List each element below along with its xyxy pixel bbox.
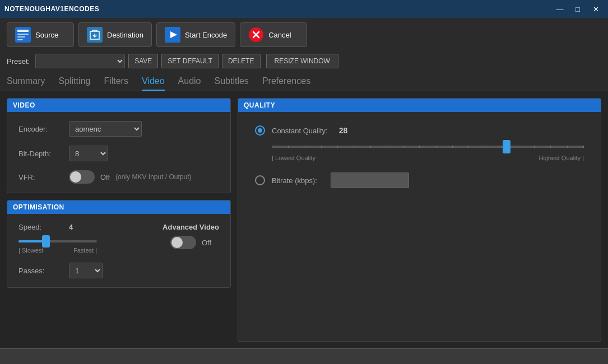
passes-row: Passes: 1 2: [18, 263, 219, 278]
constant-quality-label: Constant Quality:: [272, 127, 328, 135]
delete-preset-button[interactable]: DELETE: [222, 54, 261, 68]
quality-slider-area: | Lowest Quality Highest Quality |: [272, 140, 584, 161]
tab-summary[interactable]: Summary: [7, 76, 45, 91]
bit-depth-label: Bit-Depth:: [18, 150, 69, 158]
quality-ticks: [272, 146, 584, 148]
bitrate-option: Bitrate (kbps):: [255, 172, 584, 188]
vfr-state: Off: [100, 173, 110, 181]
main-content: VIDEO Encoder: aomenc rav1e svt-av1 x264…: [0, 91, 608, 348]
right-column: QUALITY Constant Quality: 28: [238, 98, 601, 342]
destination-icon: [87, 27, 103, 43]
advanced-video-section: Advanced Video Off: [163, 223, 219, 249]
svg-rect-3: [17, 36, 25, 38]
bit-depth-row: Bit-Depth: 8 10 12: [18, 146, 219, 161]
preset-bar: Preset: SAVE SET DEFAULT DELETE RESIZE W…: [0, 52, 608, 73]
optimisation-panel-body: Speed: 4 | Slowest Fastest |: [7, 214, 230, 287]
advanced-video-toggle-knob: [171, 237, 183, 248]
video-panel-header: VIDEO: [7, 99, 230, 112]
speed-max-label: Fastest |: [73, 247, 97, 254]
status-bar: [0, 348, 608, 364]
encoder-row: Encoder: aomenc rav1e svt-av1 x264 x265: [18, 121, 219, 137]
speed-thumb[interactable]: [42, 235, 50, 248]
quality-min-label: | Lowest Quality: [272, 155, 315, 161]
cancel-icon: [248, 27, 264, 43]
speed-min-label: | Slowest: [18, 247, 43, 254]
advanced-video-label: Advanced Video: [163, 223, 219, 231]
vfr-row: VFR: Off (only MKV Input / Output): [18, 170, 219, 184]
tabs-bar: Summary Splitting Filters Video Audio Su…: [0, 73, 608, 91]
set-default-button[interactable]: SET DEFAULT: [161, 54, 219, 68]
tab-video[interactable]: Video: [142, 76, 165, 91]
svg-rect-1: [17, 30, 29, 32]
window-controls: — □ ✕: [552, 3, 604, 15]
vfr-toggle-knob: [70, 171, 81, 183]
encoder-label: Encoder:: [18, 125, 69, 133]
vfr-label: VFR:: [18, 173, 69, 181]
quality-track: [272, 146, 584, 148]
bitrate-input[interactable]: [331, 172, 409, 188]
start-encode-button[interactable]: Start Encode: [156, 22, 235, 47]
svg-rect-4: [17, 39, 23, 40]
constant-quality-option: Constant Quality: 28: [255, 125, 584, 136]
source-button[interactable]: Source: [7, 22, 74, 47]
optimisation-panel: OPTIMISATION Speed: 4: [7, 200, 231, 288]
quality-panel-header: QUALITY: [238, 99, 601, 112]
advanced-video-toggle-container: Off: [170, 236, 211, 249]
speed-row: Speed: 4 | Slowest Fastest |: [18, 223, 219, 254]
tab-splitting[interactable]: Splitting: [58, 76, 90, 91]
bit-depth-select[interactable]: 8 10 12: [69, 146, 108, 161]
preset-select[interactable]: [35, 54, 125, 68]
speed-label: Speed:: [18, 223, 69, 231]
quality-panel: QUALITY Constant Quality: 28: [238, 98, 601, 342]
toolbar: Source Destination Start Encode: [0, 18, 608, 52]
destination-label: Destination: [107, 31, 143, 39]
quality-panel-body: Constant Quality: 28: [238, 112, 601, 209]
cancel-label: Cancel: [268, 31, 291, 39]
speed-value: 4: [69, 223, 73, 231]
app-title: NOTENOUGHAV1ENCODES: [4, 5, 99, 13]
quality-max-label: Highest Quality |: [539, 155, 584, 161]
preset-label: Preset:: [7, 57, 30, 66]
passes-select[interactable]: 1 2: [69, 263, 103, 278]
constant-quality-value: 28: [339, 126, 348, 135]
tab-audio[interactable]: Audio: [178, 76, 201, 91]
cancel-button[interactable]: Cancel: [240, 22, 307, 47]
close-button[interactable]: ✕: [588, 3, 604, 15]
quality-slider-container: | Lowest Quality Highest Quality |: [272, 140, 584, 161]
speed-labels: | Slowest Fastest |: [18, 247, 97, 254]
advanced-video-state: Off: [202, 239, 211, 247]
vfr-toggle-container: Off (only MKV Input / Output): [69, 170, 192, 184]
speed-track: [18, 240, 97, 242]
maximize-button[interactable]: □: [570, 3, 586, 15]
passes-label: Passes:: [18, 267, 69, 275]
left-column: VIDEO Encoder: aomenc rav1e svt-av1 x264…: [7, 98, 231, 342]
destination-button[interactable]: Destination: [78, 22, 152, 47]
video-panel: VIDEO Encoder: aomenc rav1e svt-av1 x264…: [7, 98, 231, 193]
resize-window-button[interactable]: RESIZE WINDOW: [266, 54, 338, 68]
tab-preferences[interactable]: Preferences: [262, 76, 310, 91]
bitrate-label: Bitrate (kbps):: [272, 176, 317, 185]
tab-subtitles[interactable]: Subtitles: [215, 76, 249, 91]
source-icon: [15, 27, 31, 43]
quality-slider-thumb[interactable]: [503, 140, 510, 153]
source-label: Source: [35, 31, 58, 39]
save-preset-button[interactable]: SAVE: [128, 54, 158, 68]
start-encode-label: Start Encode: [185, 31, 227, 39]
tab-filters[interactable]: Filters: [104, 76, 128, 91]
constant-quality-radio[interactable]: [255, 125, 265, 136]
svg-rect-2: [17, 34, 29, 35]
start-encode-icon: [165, 27, 180, 43]
vfr-sublabel: (only MKV Input / Output): [115, 173, 191, 181]
quality-slider-track-area: [272, 140, 584, 153]
minimize-button[interactable]: —: [552, 3, 568, 15]
quality-slider-labels: | Lowest Quality Highest Quality |: [272, 155, 584, 161]
vfr-toggle[interactable]: [69, 170, 95, 184]
encoder-select[interactable]: aomenc rav1e svt-av1 x264 x265: [69, 121, 142, 137]
bitrate-radio[interactable]: [255, 175, 265, 185]
speed-slider-container: | Slowest Fastest |: [18, 236, 97, 254]
title-bar: NOTENOUGHAV1ENCODES — □ ✕: [0, 0, 608, 18]
video-panel-body: Encoder: aomenc rav1e svt-av1 x264 x265 …: [7, 112, 230, 193]
advanced-video-toggle[interactable]: [170, 236, 196, 249]
optimisation-panel-header: OPTIMISATION: [7, 200, 230, 214]
